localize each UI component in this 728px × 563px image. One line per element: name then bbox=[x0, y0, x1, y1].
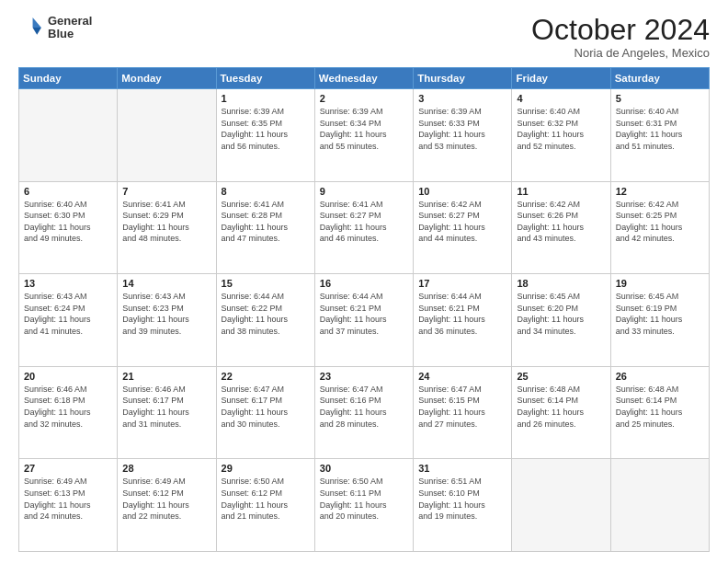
day-number: 4 bbox=[517, 93, 605, 104]
day-detail: Sunrise: 6:45 AM Sunset: 6:20 PM Dayligh… bbox=[517, 291, 605, 337]
calendar-day-cell bbox=[19, 89, 118, 182]
day-of-week-header: Monday bbox=[118, 68, 216, 89]
calendar-week-row: 13Sunrise: 6:43 AM Sunset: 6:24 PM Dayli… bbox=[19, 274, 710, 367]
calendar-day-cell: 11Sunrise: 6:42 AM Sunset: 6:26 PM Dayli… bbox=[512, 181, 610, 274]
day-number: 26 bbox=[616, 371, 704, 382]
calendar-day-cell: 16Sunrise: 6:44 AM Sunset: 6:21 PM Dayli… bbox=[314, 274, 413, 367]
day-detail: Sunrise: 6:41 AM Sunset: 6:28 PM Dayligh… bbox=[222, 199, 310, 245]
day-detail: Sunrise: 6:39 AM Sunset: 6:33 PM Dayligh… bbox=[418, 106, 506, 152]
day-number: 13 bbox=[24, 278, 112, 289]
day-of-week-header: Saturday bbox=[610, 68, 709, 89]
calendar-day-cell: 22Sunrise: 6:47 AM Sunset: 6:17 PM Dayli… bbox=[216, 366, 314, 459]
calendar-day-cell: 15Sunrise: 6:44 AM Sunset: 6:22 PM Dayli… bbox=[216, 274, 314, 367]
calendar-week-row: 27Sunrise: 6:49 AM Sunset: 6:13 PM Dayli… bbox=[19, 459, 710, 552]
day-of-week-header: Thursday bbox=[414, 68, 512, 89]
day-detail: Sunrise: 6:49 AM Sunset: 6:12 PM Dayligh… bbox=[122, 476, 210, 522]
header: General Blue October 2024 Noria de Angel… bbox=[18, 15, 710, 60]
calendar-day-cell: 17Sunrise: 6:44 AM Sunset: 6:21 PM Dayli… bbox=[414, 274, 512, 367]
day-detail: Sunrise: 6:47 AM Sunset: 6:16 PM Dayligh… bbox=[320, 384, 408, 430]
calendar-day-cell: 30Sunrise: 6:50 AM Sunset: 6:11 PM Dayli… bbox=[314, 459, 413, 552]
day-number: 2 bbox=[320, 93, 408, 104]
day-detail: Sunrise: 6:48 AM Sunset: 6:14 PM Dayligh… bbox=[517, 384, 605, 430]
day-number: 25 bbox=[517, 371, 605, 382]
day-detail: Sunrise: 6:49 AM Sunset: 6:13 PM Dayligh… bbox=[24, 476, 112, 522]
calendar-day-cell: 7Sunrise: 6:41 AM Sunset: 6:29 PM Daylig… bbox=[118, 181, 216, 274]
calendar-table: SundayMondayTuesdayWednesdayThursdayFrid… bbox=[18, 67, 710, 552]
calendar-day-cell: 14Sunrise: 6:43 AM Sunset: 6:23 PM Dayli… bbox=[118, 274, 216, 367]
calendar-day-cell: 28Sunrise: 6:49 AM Sunset: 6:12 PM Dayli… bbox=[118, 459, 216, 552]
logo-line2: Blue bbox=[48, 28, 92, 40]
day-number: 3 bbox=[418, 93, 506, 104]
day-detail: Sunrise: 6:42 AM Sunset: 6:27 PM Dayligh… bbox=[418, 199, 506, 245]
day-number: 12 bbox=[616, 186, 704, 197]
calendar-week-row: 1Sunrise: 6:39 AM Sunset: 6:35 PM Daylig… bbox=[19, 89, 710, 182]
calendar-day-cell: 13Sunrise: 6:43 AM Sunset: 6:24 PM Dayli… bbox=[19, 274, 118, 367]
day-number: 21 bbox=[122, 371, 210, 382]
day-of-week-header: Sunday bbox=[19, 68, 118, 89]
day-number: 19 bbox=[616, 278, 704, 289]
day-number: 29 bbox=[222, 463, 310, 474]
calendar-day-cell: 6Sunrise: 6:40 AM Sunset: 6:30 PM Daylig… bbox=[19, 181, 118, 274]
day-detail: Sunrise: 6:42 AM Sunset: 6:26 PM Dayligh… bbox=[517, 199, 605, 245]
day-detail: Sunrise: 6:48 AM Sunset: 6:14 PM Dayligh… bbox=[616, 384, 704, 430]
calendar-day-cell: 23Sunrise: 6:47 AM Sunset: 6:16 PM Dayli… bbox=[314, 366, 413, 459]
day-number: 28 bbox=[122, 463, 210, 474]
day-of-week-header: Tuesday bbox=[216, 68, 314, 89]
day-detail: Sunrise: 6:40 AM Sunset: 6:32 PM Dayligh… bbox=[517, 106, 605, 152]
day-number: 31 bbox=[418, 463, 506, 474]
day-number: 7 bbox=[122, 186, 210, 197]
day-number: 6 bbox=[24, 186, 112, 197]
calendar-day-cell: 29Sunrise: 6:50 AM Sunset: 6:12 PM Dayli… bbox=[216, 459, 314, 552]
day-detail: Sunrise: 6:42 AM Sunset: 6:25 PM Dayligh… bbox=[616, 199, 704, 245]
day-of-week-header: Friday bbox=[512, 68, 610, 89]
day-number: 17 bbox=[418, 278, 506, 289]
svg-marker-0 bbox=[33, 17, 41, 28]
day-number: 1 bbox=[222, 93, 310, 104]
day-number: 16 bbox=[320, 278, 408, 289]
day-number: 5 bbox=[616, 93, 704, 104]
day-detail: Sunrise: 6:40 AM Sunset: 6:31 PM Dayligh… bbox=[616, 106, 704, 152]
day-number: 9 bbox=[320, 186, 408, 197]
calendar-day-cell bbox=[118, 89, 216, 182]
day-detail: Sunrise: 6:43 AM Sunset: 6:24 PM Dayligh… bbox=[24, 291, 112, 337]
title-area: October 2024 Noria de Angeles, Mexico bbox=[531, 15, 710, 60]
day-detail: Sunrise: 6:46 AM Sunset: 6:17 PM Dayligh… bbox=[122, 384, 210, 430]
calendar-day-cell: 5Sunrise: 6:40 AM Sunset: 6:31 PM Daylig… bbox=[610, 89, 709, 182]
calendar-day-cell: 20Sunrise: 6:46 AM Sunset: 6:18 PM Dayli… bbox=[19, 366, 118, 459]
logo-text: General Blue bbox=[48, 15, 92, 41]
calendar-day-cell: 3Sunrise: 6:39 AM Sunset: 6:33 PM Daylig… bbox=[414, 89, 512, 182]
calendar-day-cell: 9Sunrise: 6:41 AM Sunset: 6:27 PM Daylig… bbox=[314, 181, 413, 274]
day-detail: Sunrise: 6:41 AM Sunset: 6:27 PM Dayligh… bbox=[320, 199, 408, 245]
day-number: 15 bbox=[222, 278, 310, 289]
logo-line1: General bbox=[48, 15, 92, 28]
day-detail: Sunrise: 6:44 AM Sunset: 6:21 PM Dayligh… bbox=[418, 291, 506, 337]
calendar-day-cell bbox=[610, 459, 709, 552]
day-number: 8 bbox=[222, 186, 310, 197]
calendar-day-cell: 21Sunrise: 6:46 AM Sunset: 6:17 PM Dayli… bbox=[118, 366, 216, 459]
day-number: 27 bbox=[24, 463, 112, 474]
day-number: 18 bbox=[517, 278, 605, 289]
day-number: 30 bbox=[320, 463, 408, 474]
calendar-day-cell: 24Sunrise: 6:47 AM Sunset: 6:15 PM Dayli… bbox=[414, 366, 512, 459]
day-number: 11 bbox=[517, 186, 605, 197]
calendar-day-cell: 1Sunrise: 6:39 AM Sunset: 6:35 PM Daylig… bbox=[216, 89, 314, 182]
calendar-day-cell: 25Sunrise: 6:48 AM Sunset: 6:14 PM Dayli… bbox=[512, 366, 610, 459]
calendar-day-cell: 19Sunrise: 6:45 AM Sunset: 6:19 PM Dayli… bbox=[610, 274, 709, 367]
day-detail: Sunrise: 6:39 AM Sunset: 6:34 PM Dayligh… bbox=[320, 106, 408, 152]
page: General Blue October 2024 Noria de Angel… bbox=[0, 0, 728, 563]
day-detail: Sunrise: 6:43 AM Sunset: 6:23 PM Dayligh… bbox=[122, 291, 210, 337]
calendar-day-cell: 31Sunrise: 6:51 AM Sunset: 6:10 PM Dayli… bbox=[414, 459, 512, 552]
location: Noria de Angeles, Mexico bbox=[531, 46, 710, 60]
day-detail: Sunrise: 6:50 AM Sunset: 6:12 PM Dayligh… bbox=[222, 476, 310, 522]
day-detail: Sunrise: 6:44 AM Sunset: 6:21 PM Dayligh… bbox=[320, 291, 408, 337]
day-number: 24 bbox=[418, 371, 506, 382]
calendar-week-row: 20Sunrise: 6:46 AM Sunset: 6:18 PM Dayli… bbox=[19, 366, 710, 459]
calendar-day-cell bbox=[512, 459, 610, 552]
day-of-week-header: Wednesday bbox=[314, 68, 413, 89]
day-detail: Sunrise: 6:41 AM Sunset: 6:29 PM Dayligh… bbox=[122, 199, 210, 245]
logo-icon bbox=[18, 15, 44, 40]
day-number: 10 bbox=[418, 186, 506, 197]
calendar-day-cell: 4Sunrise: 6:40 AM Sunset: 6:32 PM Daylig… bbox=[512, 89, 610, 182]
month-title: October 2024 bbox=[531, 15, 710, 44]
calendar-day-cell: 10Sunrise: 6:42 AM Sunset: 6:27 PM Dayli… bbox=[414, 181, 512, 274]
